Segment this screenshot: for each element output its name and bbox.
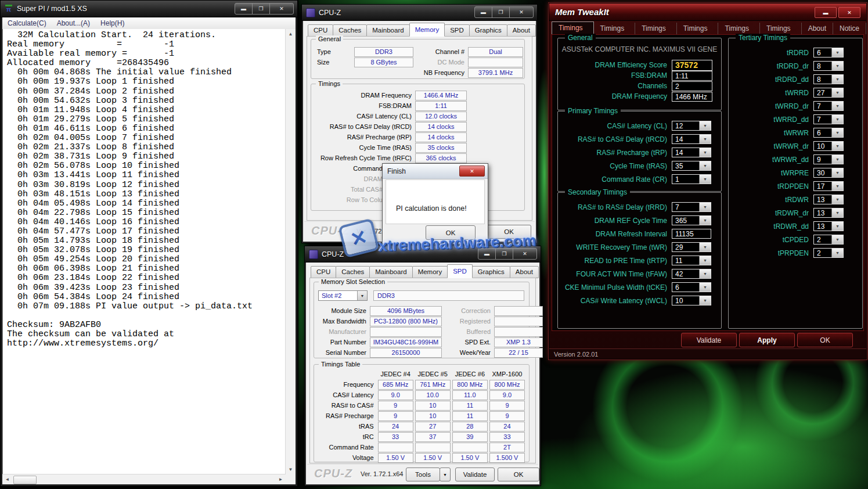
tab-timings-3[interactable]: Timings #3 [635, 23, 677, 34]
tab-cpu[interactable]: CPU [311, 266, 336, 278]
dropdown-arrow-icon[interactable]: ▼ [831, 155, 843, 164]
value-combo[interactable]: 14▼ [672, 134, 711, 144]
memtweakit-titlebar[interactable]: Mem TweakIt ▬ ✕ [549, 3, 866, 21]
dropdown-arrow-icon[interactable]: ▼ [699, 269, 711, 278]
tab-about[interactable]: About [510, 266, 539, 278]
dropdown-arrow-icon[interactable]: ▼ [699, 203, 711, 211]
value-combo[interactable]: 2▼ [813, 248, 844, 258]
tab-caches[interactable]: Caches [333, 24, 367, 37]
horizontal-scrollbar[interactable]: ◄ ► [2, 474, 286, 484]
value-combo[interactable]: 10▼ [672, 296, 711, 305]
tab-graphics[interactable]: Graphics [469, 24, 507, 37]
tab-timings-6[interactable]: Timings #6 [760, 23, 802, 34]
validate-button[interactable]: Validate [455, 468, 495, 481]
tools-button[interactable]: Tools [406, 468, 440, 481]
dropdown-arrow-icon[interactable]: ▼ [831, 208, 843, 217]
tab-timings-1[interactable]: Timings #1 [552, 21, 594, 34]
value-combo[interactable]: 365▼ [672, 215, 711, 225]
dropdown-arrow-icon[interactable]: ▼ [831, 128, 843, 137]
scrollbar-thumb[interactable] [13, 476, 37, 484]
apply-button[interactable]: Apply [739, 333, 795, 347]
dropdown-arrow-icon[interactable]: ▼ [699, 283, 711, 292]
value-combo[interactable]: 8▼ [813, 61, 844, 71]
superpi-titlebar[interactable]: π Super PI / mod1.5 XS ▬ ❐ ✕ [1, 1, 297, 17]
vertical-scrollbar[interactable]: ▲ ▼ [285, 29, 296, 474]
tab-about[interactable]: About [507, 24, 536, 37]
dropdown-arrow-icon[interactable]: ▼ [831, 88, 843, 97]
dropdown-arrow-icon[interactable]: ▼ [699, 161, 711, 170]
dropdown-arrow-icon[interactable]: ▼ [831, 235, 843, 244]
tab-memory[interactable]: Memory [412, 266, 448, 278]
value-combo[interactable]: 42▼ [672, 269, 711, 279]
close-button[interactable]: ✕ [459, 166, 485, 177]
scroll-left-icon[interactable]: ◄ [2, 474, 12, 484]
value-combo[interactable]: 14▼ [672, 148, 711, 157]
dropdown-arrow-icon[interactable]: ▼ [831, 115, 843, 124]
tab-graphics[interactable]: Graphics [472, 266, 510, 278]
value-combo[interactable]: 27▼ [813, 88, 844, 98]
dropdown-arrow-icon[interactable]: ▼ [831, 75, 843, 84]
value-combo[interactable]: 35▼ [672, 161, 711, 171]
dropdown-arrow-icon[interactable]: ▼ [831, 195, 843, 204]
value-combo[interactable]: 2▼ [813, 235, 844, 245]
menu-item-0[interactable]: Calculate(C) [2, 19, 52, 27]
close-button[interactable]: ✕ [269, 3, 294, 15]
dropdown-arrow-icon[interactable]: ▼ [831, 249, 843, 257]
value-combo[interactable]: 1▼ [672, 174, 711, 184]
dropdown-arrow-icon[interactable]: ▼ [831, 142, 843, 150]
value-combo[interactable]: 29▼ [672, 242, 711, 252]
slot-select[interactable]: Slot #2 ▼ [318, 290, 368, 301]
ok-button[interactable]: OK [797, 333, 853, 347]
dropdown-arrow-icon[interactable]: ▼ [699, 296, 711, 305]
tab-timings-2[interactable]: Timings #2 [594, 23, 636, 34]
scroll-up-icon[interactable]: ▲ [286, 29, 296, 39]
close-button[interactable]: ✕ [509, 6, 534, 18]
menu-item-1[interactable]: About...(A) [52, 19, 95, 27]
maximize-button[interactable]: ❐ [492, 6, 510, 18]
dropdown-arrow-icon[interactable]: ▼ [699, 135, 711, 143]
close-button[interactable]: ✕ [513, 248, 537, 260]
value-combo[interactable]: 12▼ [672, 121, 711, 131]
tab-caches[interactable]: Caches [336, 266, 370, 278]
tab-mainboard[interactable]: Mainboard [369, 266, 412, 278]
tab-cpu[interactable]: CPU [308, 24, 333, 37]
dropdown-arrow-icon[interactable]: ▼ [831, 48, 843, 57]
minimize-button[interactable]: ▬ [478, 248, 496, 260]
tab-timings-4[interactable]: Timings #4 [677, 23, 719, 34]
dropdown-arrow-icon[interactable]: ▼ [831, 222, 843, 231]
dropdown-arrow-icon[interactable]: ▼ [831, 62, 843, 70]
value-combo[interactable]: 7▼ [813, 101, 844, 111]
tab-spd[interactable]: SPD [447, 264, 473, 278]
tab-mainboard[interactable]: Mainboard [366, 24, 409, 37]
value-combo[interactable]: 10▼ [813, 141, 844, 151]
value-combo[interactable]: 11▼ [672, 256, 711, 265]
tab-spd[interactable]: SPD [444, 24, 470, 37]
dropdown-arrow-icon[interactable]: ▼ [699, 243, 711, 251]
scroll-right-icon[interactable]: ► [276, 474, 286, 484]
value-combo[interactable]: 6▼ [813, 48, 844, 57]
value-combo[interactable]: 7▼ [672, 202, 711, 212]
minimize-button[interactable]: ▬ [815, 7, 837, 18]
dropdown-arrow-icon[interactable]: ▼ [699, 256, 711, 265]
value-combo[interactable]: 6▼ [813, 128, 844, 138]
scroll-down-icon[interactable]: ▼ [286, 465, 296, 474]
value-combo[interactable]: 9▼ [813, 154, 844, 164]
dropdown-arrow-icon[interactable]: ▼ [699, 148, 711, 157]
cpuz-memory-titlebar[interactable]: CPU-Z ▬ ❐ ✕ [302, 5, 537, 21]
dropdown-arrow-icon[interactable]: ▼ [831, 182, 843, 190]
dropdown-arrow-icon[interactable]: ▼ [357, 291, 367, 300]
tab-notice[interactable]: Notice [833, 23, 866, 34]
ok-button[interactable]: OK [498, 468, 539, 481]
tab-memory[interactable]: Memory [409, 23, 445, 37]
maximize-button[interactable]: ❐ [252, 3, 270, 15]
maximize-button[interactable]: ❐ [495, 248, 513, 260]
dropdown-arrow-icon[interactable]: ▼ [699, 121, 711, 130]
tab-about[interactable]: About [802, 23, 833, 34]
tab-timings-5[interactable]: Timings #5 [718, 23, 760, 34]
value-combo[interactable]: 17▼ [813, 181, 844, 191]
dropdown-arrow-icon[interactable]: ▼ [699, 216, 711, 225]
minimize-button[interactable]: ▬ [235, 3, 253, 15]
dropdown-arrow-icon[interactable]: ▼ [831, 168, 843, 177]
value-combo[interactable]: 13▼ [813, 195, 844, 204]
value-combo[interactable]: 13▼ [813, 208, 844, 218]
